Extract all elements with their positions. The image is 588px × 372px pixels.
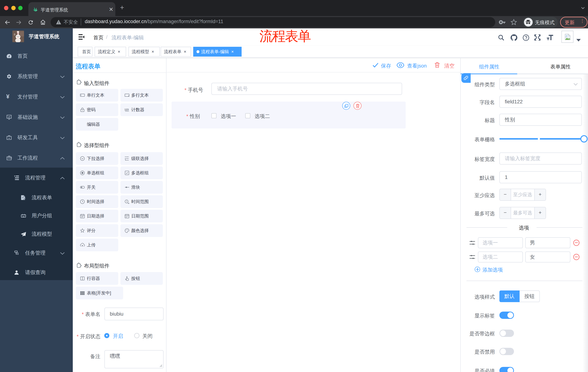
svg-text:123: 123 <box>125 108 129 111</box>
